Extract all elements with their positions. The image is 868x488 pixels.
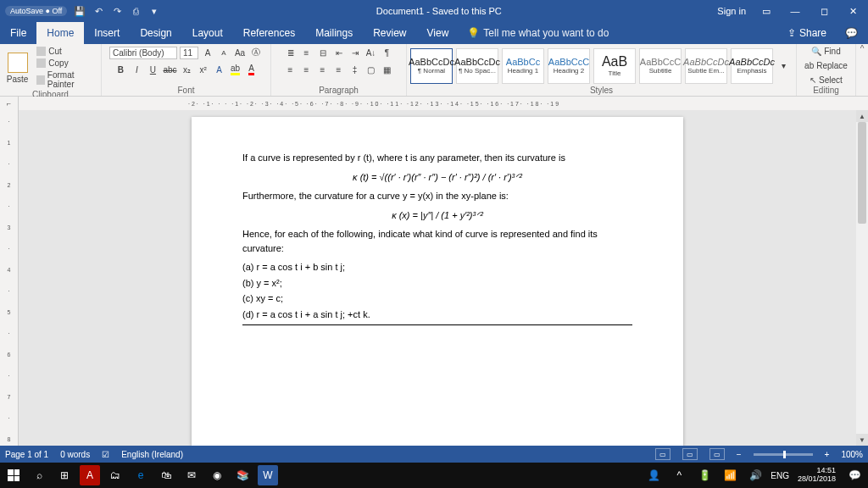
status-page[interactable]: Page 1 of 1 [5,450,48,459]
zoom-slider[interactable] [754,453,813,456]
sort-button[interactable]: A↓ [364,46,378,59]
horizontal-ruler[interactable]: ·2· ·1· · · ·1· ·2· ·3· ·4· ·5· ·6· ·7· … [19,97,868,110]
scroll-thumb[interactable] [858,122,866,224]
tab-insert[interactable]: Insert [84,22,130,44]
select-button[interactable]: ↖Select [808,75,844,86]
font-size-select[interactable]: 11 [180,47,198,59]
taskbar-app-store[interactable]: 🛍 [156,465,176,485]
scroll-up-button[interactable]: ▲ [856,110,868,122]
style-subtle-em[interactable]: AaBbCcDcSubtle Em... [685,48,727,84]
taskbar-lang[interactable]: ENG [771,471,789,480]
shading-button[interactable]: ▢ [364,63,378,76]
redo-icon[interactable]: ↷ [111,5,123,17]
style-heading2[interactable]: AaBbCcCHeading 2 [548,48,590,84]
status-language[interactable]: English (Ireland) [121,450,183,459]
style-subtitle[interactable]: AaBbCcCSubtitle [639,48,682,84]
highlight-button[interactable]: ab [229,63,242,76]
subscript-button[interactable]: x₂ [181,63,194,76]
align-right-button[interactable]: ≡ [316,63,330,76]
tab-view[interactable]: View [417,22,459,44]
taskbar-search-icon[interactable]: ⌕ [29,465,49,485]
ribbon-display-icon[interactable]: ▭ [758,6,775,17]
numbering-button[interactable]: ≡ [300,46,314,59]
taskbar-app-explorer[interactable]: 🗂 [105,465,125,485]
taskbar-app-winrar[interactable]: 📚 [232,465,253,485]
underline-button[interactable]: U [146,63,159,76]
borders-button[interactable]: ▦ [381,63,394,76]
view-print-button[interactable]: ▭ [682,448,698,460]
format-painter-button[interactable]: Format Painter [35,69,97,90]
text-effects-button[interactable]: A [213,63,226,76]
minimize-button[interactable]: — [787,6,804,16]
bullets-button[interactable]: ≣ [284,46,298,59]
notifications-icon[interactable]: 💬 [844,465,865,485]
font-name-select[interactable]: Calibri (Body) [109,47,177,59]
collapse-ribbon-button[interactable]: ^ [856,44,868,96]
multilevel-button[interactable]: ⊟ [316,46,330,59]
show-marks-button[interactable]: ¶ [381,46,394,59]
scroll-down-button[interactable]: ▼ [856,434,868,446]
taskbar-app-adobe[interactable]: A [80,465,100,485]
tray-up-icon[interactable]: ^ [669,465,689,485]
quickprint-icon[interactable]: ⎙ [130,5,142,17]
zoom-out-button[interactable]: − [737,450,742,459]
shrink-font-button[interactable]: A [217,46,231,59]
clear-format-button[interactable]: Ⓐ [249,46,263,59]
line-spacing-button[interactable]: ‡ [348,63,362,76]
zoom-level[interactable]: 100% [841,450,863,459]
task-view-icon[interactable]: ⊞ [54,465,75,485]
paste-button[interactable]: Paste [3,53,31,84]
replace-button[interactable]: abReplace [803,60,849,71]
sign-in-link[interactable]: Sign in [717,6,746,16]
vertical-scrollbar[interactable]: ▲ ▼ [856,110,868,446]
justify-button[interactable]: ≡ [332,63,346,76]
close-button[interactable]: ✕ [844,6,861,17]
battery-icon[interactable]: 🔋 [694,465,715,485]
taskbar-clock[interactable]: 14:51 28/01/2018 [794,467,839,484]
font-color-button[interactable]: A [245,63,259,76]
cut-button[interactable]: Cut [35,46,97,57]
taskbar-app-mail[interactable]: ✉ [181,465,202,485]
tab-design[interactable]: Design [130,22,181,44]
undo-icon[interactable]: ↶ [92,5,104,17]
superscript-button[interactable]: x² [197,63,210,76]
style-emphasis[interactable]: AaBbCcDcEmphasis [731,48,773,84]
taskbar-app-edge[interactable]: e [131,465,151,485]
strike-button[interactable]: abc [162,63,177,76]
styles-gallery[interactable]: AaBbCcDc¶ Normal AaBbCcDc¶ No Spac... Aa… [410,46,793,86]
copy-button[interactable]: Copy [35,58,97,69]
wifi-icon[interactable]: 📶 [720,465,740,485]
customize-qat-icon[interactable]: ▾ [148,5,160,17]
align-center-button[interactable]: ≡ [300,63,314,76]
align-left-button[interactable]: ≡ [284,63,298,76]
maximize-button[interactable]: ◻ [815,6,832,17]
italic-button[interactable]: I [130,63,143,76]
autosave-toggle[interactable]: AutoSave ● Off [5,6,67,16]
tab-mailings[interactable]: Mailings [305,22,363,44]
start-button[interactable] [3,465,24,485]
tab-references[interactable]: References [233,22,305,44]
zoom-in-button[interactable]: + [825,450,830,459]
status-words[interactable]: 0 words [60,450,90,459]
bold-button[interactable]: B [114,63,127,76]
comments-icon[interactable]: 💬 [835,22,868,44]
view-read-button[interactable]: ▭ [655,448,670,460]
tell-me-search[interactable]: 💡 Tell me what you want to do [459,22,617,44]
taskbar-app-chrome[interactable]: ◉ [207,465,227,485]
style-normal[interactable]: AaBbCcDc¶ Normal [410,48,453,84]
style-title[interactable]: AaBTitle [593,48,636,84]
volume-icon[interactable]: 🔊 [745,465,765,485]
style-heading1[interactable]: AaBbCcHeading 1 [502,48,544,84]
change-case-button[interactable]: Aa [233,46,247,59]
decrease-indent-button[interactable]: ⇤ [332,46,346,59]
tab-layout[interactable]: Layout [182,22,233,44]
document-page[interactable]: If a curve is represented by r (t), wher… [192,117,683,446]
save-icon[interactable]: 💾 [74,5,86,17]
share-button[interactable]: ⇪ Share [779,22,835,44]
people-icon[interactable]: 👤 [643,465,664,485]
spellcheck-icon[interactable]: ☑ [102,450,109,459]
styles-more-button[interactable]: ▾ [776,59,790,73]
increase-indent-button[interactable]: ⇥ [348,46,362,59]
find-button[interactable]: 🔍Find [810,46,842,57]
grow-font-button[interactable]: A [201,46,214,59]
